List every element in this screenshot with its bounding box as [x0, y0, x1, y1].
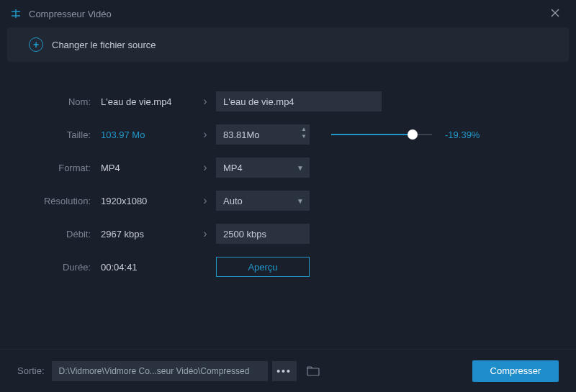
- label-name: Nom:: [36, 96, 101, 107]
- change-source-label: Changer le fichier source: [52, 40, 156, 50]
- label-duration: Durée:: [36, 262, 101, 273]
- chevron-down-icon[interactable]: ▼: [301, 133, 307, 140]
- chevron-up-icon[interactable]: ▲: [301, 126, 307, 133]
- label-resolution: Résolution:: [36, 196, 101, 206]
- browse-button[interactable]: •••: [272, 361, 297, 381]
- select-format[interactable]: [216, 158, 310, 178]
- preview-button[interactable]: Aperçu: [216, 257, 310, 277]
- chevron-right-icon: ›: [194, 161, 216, 174]
- label-format: Format:: [36, 163, 101, 173]
- chevron-right-icon: ›: [194, 128, 216, 141]
- source-resolution: 1920x1080: [101, 196, 194, 206]
- label-size: Taille:: [36, 129, 101, 140]
- size-stepper[interactable]: ▲▼: [301, 126, 307, 141]
- window-title: Compresseur Vidéo: [29, 9, 544, 19]
- label-bitrate: Débit:: [36, 229, 101, 240]
- compress-button[interactable]: Compresser: [472, 360, 559, 382]
- source-bitrate: 2967 kbps: [101, 229, 194, 240]
- input-name[interactable]: [216, 91, 382, 111]
- slider-thumb[interactable]: [408, 129, 418, 140]
- output-path[interactable]: [52, 361, 268, 381]
- settings-panel: Nom: L'eau de vie.mp4 › Taille: 103.97 M…: [0, 62, 576, 283]
- close-icon: [550, 8, 560, 18]
- chevron-right-icon: ›: [194, 194, 216, 207]
- source-size: 103.97 Mo: [101, 129, 194, 140]
- source-format: MP4: [101, 163, 194, 173]
- row-name: Nom: L'eau de vie.mp4 ›: [36, 85, 540, 118]
- folder-icon: [307, 366, 320, 376]
- titlebar: Compresseur Vidéo: [0, 0, 576, 27]
- change-source-row[interactable]: + Changer le fichier source: [7, 27, 569, 62]
- output-label: Sortie:: [17, 365, 45, 376]
- size-percent: -19.39%: [445, 129, 480, 140]
- slider-fill: [331, 134, 412, 135]
- row-bitrate: Débit: 2967 kbps ›: [36, 217, 540, 250]
- row-format: Format: MP4 › ▼: [36, 151, 540, 184]
- app-icon: [10, 8, 22, 19]
- row-duration: Durée: 00:04:41 Aperçu: [36, 250, 540, 283]
- row-size: Taille: 103.97 Mo › ▲▼ -19.39%: [36, 118, 540, 151]
- source-duration: 00:04:41: [101, 262, 194, 273]
- input-size[interactable]: [216, 124, 310, 145]
- input-bitrate[interactable]: [216, 224, 310, 244]
- svg-rect-0: [307, 368, 319, 375]
- open-folder-button[interactable]: [302, 361, 324, 381]
- chevron-right-icon: ›: [194, 227, 216, 240]
- plus-circle-icon: +: [29, 37, 43, 52]
- row-resolution: Résolution: 1920x1080 › ▼: [36, 184, 540, 217]
- select-resolution[interactable]: [216, 191, 310, 211]
- size-slider[interactable]: [331, 134, 432, 135]
- footer: Sortie: ••• Compresser: [0, 349, 576, 392]
- close-button[interactable]: [544, 4, 566, 24]
- source-name: L'eau de vie.mp4: [101, 96, 194, 107]
- chevron-right-icon: ›: [194, 95, 216, 108]
